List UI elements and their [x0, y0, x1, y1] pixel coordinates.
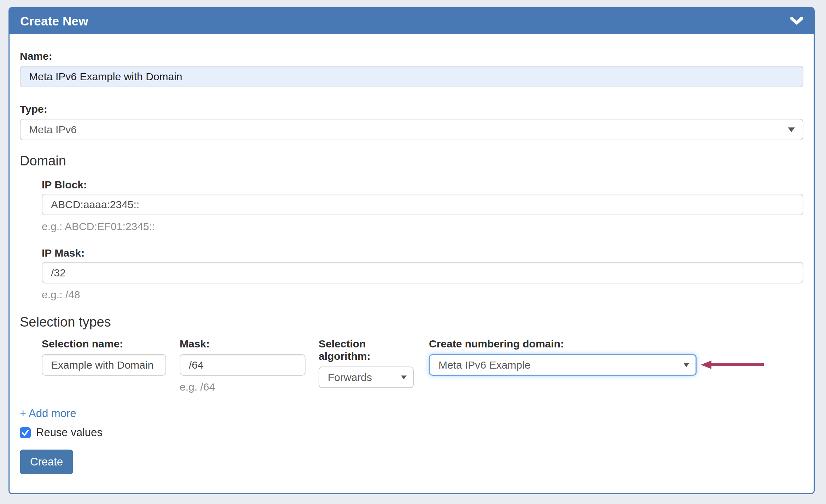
- reuse-values-checkbox[interactable]: [20, 427, 31, 438]
- selection-algorithm-field: Selection algorithm: Forwards: [319, 338, 414, 388]
- domain-section: IP Block: e.g.: ABCD:EF01:2345:: IP Mask…: [42, 178, 803, 301]
- arrow-head-icon: [701, 361, 711, 369]
- numbering-domain-select[interactable]: Meta IPv6 Example: [429, 354, 697, 376]
- selection-mask-hint: e.g. /64: [180, 381, 306, 393]
- selection-algorithm-label: Selection algorithm:: [319, 338, 414, 362]
- selection-algorithm-select[interactable]: Forwards: [319, 367, 414, 388]
- checkmark-icon: [21, 429, 29, 437]
- reuse-values-label: Reuse values: [36, 426, 103, 439]
- ip-block-label: IP Block:: [42, 178, 803, 191]
- domain-section-heading: Domain: [20, 152, 803, 169]
- panel-header: Create New: [10, 8, 814, 34]
- panel-body: Name: Type: Meta IPv6 Domain IP Block: e…: [10, 50, 814, 488]
- type-select-value: Meta IPv6: [29, 124, 77, 136]
- selection-mask-label: Mask:: [180, 338, 306, 350]
- collapse-button[interactable]: [790, 16, 804, 27]
- type-select[interactable]: Meta IPv6: [20, 119, 803, 140]
- selection-mask-field: Mask: e.g. /64: [180, 338, 306, 393]
- ip-mask-input[interactable]: [42, 262, 803, 283]
- reuse-values-row: Reuse values: [20, 426, 803, 439]
- numbering-domain-label: Create numbering domain:: [429, 338, 697, 350]
- ip-mask-label: IP Mask:: [42, 247, 803, 259]
- left-arrow-annotation: [701, 361, 764, 369]
- numbering-domain-value: Meta IPv6 Example: [438, 359, 530, 371]
- arrow-tail: [711, 363, 764, 366]
- add-more-link[interactable]: + Add more: [20, 407, 76, 420]
- caret-down-icon: [788, 127, 795, 132]
- caret-down-icon: [401, 375, 407, 379]
- ip-block-hint: e.g.: ABCD:EF01:2345::: [42, 220, 803, 233]
- caret-down-icon: [684, 363, 689, 367]
- selection-type-row: Selection name: Mask: e.g. /64 Selection…: [42, 338, 803, 393]
- selection-name-label: Selection name:: [42, 338, 166, 350]
- numbering-domain-field: Create numbering domain: Meta IPv6 Examp…: [429, 338, 697, 376]
- selection-name-field: Selection name:: [42, 338, 166, 376]
- panel-title: Create New: [20, 14, 88, 28]
- ip-block-input[interactable]: [42, 194, 803, 215]
- name-input[interactable]: [20, 66, 803, 87]
- create-button[interactable]: Create: [20, 450, 73, 474]
- selection-name-input[interactable]: [42, 354, 166, 376]
- name-label: Name:: [20, 50, 803, 62]
- chevron-down-icon: [790, 17, 803, 25]
- create-new-panel: Create New Name: Type: Meta IPv6 Domain …: [8, 7, 815, 494]
- selection-algorithm-value: Forwards: [328, 371, 372, 383]
- selection-types-heading: Selection types: [20, 313, 803, 330]
- selection-mask-input[interactable]: [180, 354, 306, 376]
- type-label: Type:: [20, 103, 803, 115]
- ip-mask-hint: e.g.: /48: [42, 288, 803, 301]
